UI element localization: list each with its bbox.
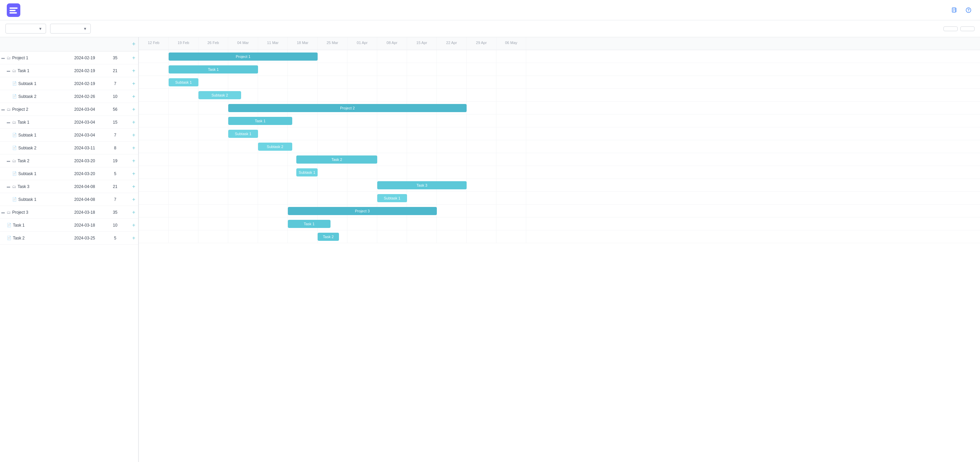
chart-cell (437, 153, 467, 166)
chart-cell (347, 140, 377, 153)
cell-add[interactable]: + (129, 94, 138, 100)
chart-cell (199, 166, 228, 179)
cell-add[interactable]: + (129, 171, 138, 177)
date-col-header: 15 Apr (407, 37, 437, 50)
chart-row: Task 1 (139, 217, 980, 230)
cell-start: 2024-03-04 (68, 107, 102, 112)
chart-cell (467, 166, 496, 179)
chart-cell (496, 217, 526, 230)
gantt-bar[interactable]: Subtask 2 (258, 143, 292, 151)
chart-cell (347, 217, 377, 230)
gantt-bar[interactable]: Subtask 1 (169, 78, 199, 86)
chart-cell (258, 153, 288, 166)
chart-cell (467, 217, 496, 230)
view-dropdown[interactable]: ▾ (5, 24, 46, 33)
chart-cell (407, 230, 437, 243)
chart-cell (437, 89, 467, 102)
chart-cell (437, 205, 467, 217)
exit-button[interactable] (960, 26, 975, 31)
gantt-bar[interactable]: Subtask 2 (199, 91, 241, 99)
chart-cell (347, 179, 377, 192)
cell-start: 2024-04-08 (68, 197, 102, 202)
collapse-btn[interactable]: ▬ (2, 107, 5, 111)
chart-cell (139, 217, 169, 230)
gantt-bar[interactable]: Task 3 (377, 181, 467, 190)
chart-cell (467, 50, 496, 63)
chart-cell (318, 89, 347, 102)
cell-add[interactable]: + (129, 119, 138, 125)
svg-rect-2 (10, 10, 16, 11)
chart-cell (496, 115, 526, 127)
gantt-bar[interactable]: Task 2 (296, 156, 377, 164)
add-header-icon[interactable]: + (132, 41, 136, 48)
cell-add[interactable]: + (129, 235, 138, 241)
chart-cell (347, 76, 377, 89)
gantt-bar[interactable]: Task 1 (169, 65, 258, 73)
chart-cell (288, 192, 318, 205)
gantt-bar[interactable]: Subtask 1 (228, 130, 258, 138)
cell-add[interactable]: + (129, 106, 138, 112)
cell-add[interactable]: + (129, 132, 138, 138)
collapse-btn[interactable]: ▬ (7, 120, 10, 124)
chart-cell (318, 140, 347, 153)
cell-add[interactable]: + (129, 222, 138, 228)
cell-add[interactable]: + (129, 81, 138, 87)
gantt-bar[interactable]: Task 1 (288, 220, 331, 228)
gantt-bar[interactable]: Project 2 (228, 104, 467, 112)
gantt-bar[interactable]: Subtask 1 (296, 168, 318, 177)
table-row: ▬ 🗂 Task 1 2024-03-04 15 + (0, 116, 138, 129)
cell-add[interactable]: + (129, 55, 138, 61)
left-table: + ▬ 🗂 Project 1 2024-02-19 35 + ▬ 🗂 Task… (0, 37, 139, 462)
date-col-header: 26 Feb (199, 37, 228, 50)
gantt-bar[interactable]: Task 1 (228, 117, 292, 125)
cell-add[interactable]: + (129, 158, 138, 164)
cell-add[interactable]: + (129, 183, 138, 190)
cell-add[interactable]: + (129, 196, 138, 202)
documentation-link[interactable] (951, 8, 959, 13)
collapse-btn[interactable]: ▬ (7, 69, 10, 72)
chart-row: Subtask 1 (139, 127, 980, 140)
export-dropdown[interactable]: ▾ (50, 24, 91, 33)
gantt-bar[interactable]: Subtask 1 (377, 194, 407, 202)
chart-row: Subtask 1 (139, 192, 980, 205)
chart-cell (169, 140, 199, 153)
save-button[interactable] (943, 26, 958, 31)
app-header: ? (0, 0, 980, 20)
chart-cell (169, 89, 199, 102)
date-col-header: 22 Apr (437, 37, 467, 50)
collapse-btn[interactable]: ▬ (2, 210, 5, 214)
svg-rect-5 (953, 9, 955, 9)
row-label: Subtask 2 (18, 94, 36, 99)
chart-cell (407, 76, 437, 89)
toolbar-right (943, 26, 975, 31)
svg-rect-6 (953, 10, 955, 10)
cell-add[interactable]: + (129, 209, 138, 215)
chart-cell (199, 153, 228, 166)
cell-add[interactable]: + (129, 145, 138, 151)
chart-cell (228, 192, 258, 205)
table-row: ▬ 🗂 Project 3 2024-03-18 35 + (0, 206, 138, 219)
chart-cell (437, 140, 467, 153)
row-label: Subtask 1 (18, 197, 36, 202)
logo-area (7, 3, 24, 17)
collapse-btn[interactable]: ▬ (2, 56, 5, 60)
cell-add[interactable]: + (129, 68, 138, 74)
gantt-bar[interactable]: Project 3 (288, 207, 437, 215)
table-row: ▬ 🗂 Project 2 2024-03-04 56 + (0, 103, 138, 116)
gantt-bar[interactable]: Task 2 (318, 233, 339, 241)
col-header-start-time (68, 37, 102, 51)
collapse-btn[interactable]: ▬ (7, 159, 10, 162)
folder-icon: 🗂 (7, 210, 11, 215)
contact-support-link[interactable]: ? (966, 8, 973, 13)
cell-duration: 21 (102, 184, 129, 189)
date-col-header: 29 Apr (467, 37, 496, 50)
chart-cell (169, 230, 199, 243)
chart-row: Task 2 (139, 230, 980, 243)
gantt-bar[interactable]: Project 1 (169, 53, 318, 61)
chart-cell (407, 166, 437, 179)
chart-cell (199, 192, 228, 205)
row-label: Task 1 (18, 69, 29, 73)
file-icon: 📄 (7, 236, 11, 240)
table-row: ▬ 🗂 Task 2 2024-03-20 19 + (0, 155, 138, 167)
collapse-btn[interactable]: ▬ (7, 185, 10, 188)
